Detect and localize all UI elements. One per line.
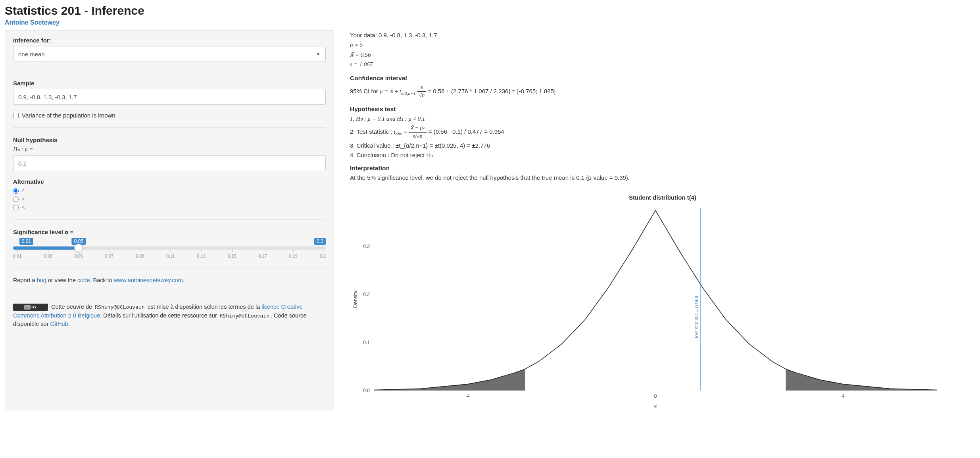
slider-track[interactable] — [13, 246, 326, 250]
ht-heading: Hypothesis test — [350, 106, 975, 113]
alt-gt-radio[interactable] — [13, 196, 19, 202]
null-hypothesis-math: H₀ : μ = — [13, 146, 33, 152]
page-title: Statistics 201 - Inference — [5, 4, 975, 17]
null-hypothesis-input[interactable] — [13, 155, 326, 171]
site-link[interactable]: www.antoinesoetewey.com — [114, 277, 183, 283]
ci-line: 95% CI for μ = x̄ ± tα/2,n−1 s√n = 0.56 … — [350, 83, 975, 100]
author-link[interactable]: Antoine Soetewey — [5, 19, 975, 26]
alt-gt-label: > — [21, 196, 25, 202]
svg-text:x: x — [654, 403, 657, 409]
divider — [13, 219, 326, 220]
bug-link[interactable]: bug — [37, 277, 46, 283]
divider — [13, 71, 326, 71]
null-hypothesis-label: Null hypothesis — [13, 137, 326, 143]
alt-ne-radio[interactable] — [13, 188, 19, 194]
github-link[interactable]: GitHub — [50, 321, 68, 327]
svg-text:-4: -4 — [465, 393, 470, 399]
svg-text:0.0: 0.0 — [363, 388, 370, 393]
footer-report: Report a bug or view the code. Back to w… — [13, 276, 326, 285]
alt-lt-label: < — [21, 204, 25, 211]
n-line: n = 5 — [350, 42, 363, 48]
svg-text:Density: Density — [352, 291, 358, 308]
ht-line-4: 4. Conclusion : Do not reject H₀ — [350, 151, 975, 160]
chevron-down-icon: ▼ — [316, 51, 321, 57]
slider-max-badge: 0.2 — [314, 238, 326, 245]
footer-license: ccBY Cette oeuvre de RShiny@UCLouvain es… — [13, 303, 326, 329]
ht-line-2: 2. Test statistic : tobs = x̄ − μ₀s/√n =… — [350, 124, 975, 140]
svg-text:0.3: 0.3 — [363, 244, 370, 249]
slider-ticks: 0.01 0.03 0.05 0.07 0.09 0.11 0.13 0.15 … — [13, 254, 326, 258]
sample-input[interactable] — [13, 89, 326, 105]
ht-line-1: 1. H₀ : μ = 0.1 and H₁ : μ ≠ 0.1 — [350, 114, 975, 123]
chart-title: Student distribution t(4) — [350, 194, 975, 201]
interp-text: At the 5% significance level, we do not … — [350, 173, 975, 182]
main-output: Your data: 0.9, -0.8, 1.3, -0.3, 1.7 n =… — [350, 30, 975, 410]
alt-ne-label: ≠ — [21, 187, 24, 194]
svg-text:Test statistic = 0.964: Test statistic = 0.964 — [694, 296, 699, 339]
slider-fill — [13, 246, 79, 250]
ht-line-3: 3. Critical value : ±t_{α/2,n−1} = ±t(0.… — [350, 141, 975, 150]
ci-heading: Confidence interval — [350, 75, 975, 82]
sidebar-panel: Inference for: one mean ▼ Sample Varianc… — [5, 30, 334, 410]
significance-slider[interactable]: 0.01 0.05 0.2 0.01 0.03 0.05 0.07 0.09 — [13, 238, 326, 258]
significance-label: Significance level α = — [13, 229, 326, 235]
density-plot: Test statistic = 0.964-404x0.00.10.20.3D… — [350, 204, 945, 410]
s-line: s = 1.067 — [350, 61, 373, 67]
divider — [13, 127, 326, 128]
inference-for-select[interactable]: one mean ▼ — [13, 46, 326, 62]
variance-known-label: Variance of the population is known — [22, 112, 115, 119]
svg-text:0: 0 — [654, 393, 657, 399]
svg-text:4: 4 — [842, 393, 845, 399]
svg-text:0.1: 0.1 — [363, 340, 370, 345]
xbar-line: x̄ = 0.56 — [350, 52, 371, 58]
code-link[interactable]: code — [77, 277, 90, 283]
variance-known-checkbox[interactable] — [13, 113, 19, 118]
svg-text:0.2: 0.2 — [363, 292, 370, 297]
sample-label: Sample — [13, 80, 326, 87]
alt-lt-radio[interactable] — [13, 205, 19, 210]
slider-min-badge: 0.01 — [19, 238, 33, 245]
divider — [13, 294, 326, 294]
your-data-line: Your data: 0.9, -0.8, 1.3, -0.3, 1.7 — [350, 31, 975, 40]
cc-badge-icon: ccBY — [13, 304, 48, 311]
inference-for-value: one mean — [18, 51, 45, 58]
chart: Student distribution t(4) Test statistic… — [350, 194, 975, 410]
interp-heading: Interpretation — [350, 165, 975, 172]
alternative-label: Alternative — [13, 178, 326, 185]
inference-for-label: Inference for: — [13, 37, 326, 44]
divider — [13, 267, 326, 267]
